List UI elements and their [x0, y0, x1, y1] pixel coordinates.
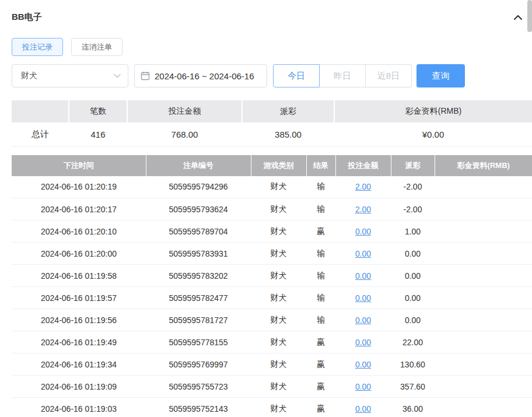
- order-number-cell: 5059595782477: [146, 287, 251, 309]
- jackpot-cell: [435, 398, 532, 417]
- payout-cell: 0.00: [391, 265, 435, 287]
- bet-time-cell: 2024-06-16 01:20:17: [12, 198, 146, 220]
- bet-time-cell: 2024-06-16 01:20:00: [12, 243, 146, 265]
- order-number-cell: 5059595778155: [146, 331, 251, 353]
- bet-amount-cell: 0.00: [335, 265, 391, 287]
- jackpot-cell: [435, 176, 532, 198]
- result-cell: 输: [306, 198, 335, 220]
- header-jackpot: 彩金资料(RMB): [435, 155, 532, 176]
- jackpot-cell: [435, 287, 532, 309]
- bet-amount-cell: 0.00: [335, 398, 391, 417]
- result-cell: 输: [306, 265, 335, 287]
- header-order-number: 注单编号: [146, 155, 251, 176]
- bet-time-cell: 2024-06-16 01:19:34: [12, 353, 146, 376]
- bet-amount-cell: 0.00: [335, 309, 391, 331]
- summary-bet-amount-value: 768.00: [127, 122, 242, 146]
- date-range-picker[interactable]: 2024-06-16 ~ 2024-06-16: [134, 64, 267, 87]
- bet-time-cell: 2024-06-16 01:19:09: [12, 376, 146, 398]
- game-type-cell: 财犬: [251, 243, 306, 265]
- tab-bet-records[interactable]: 投注记录: [12, 38, 63, 56]
- collapse-panel-button[interactable]: [513, 15, 523, 20]
- game-type-cell: 财犬: [251, 309, 306, 331]
- header-result: 结果: [306, 155, 335, 176]
- bet-time-cell: 2024-06-16 01:19:03: [12, 398, 146, 417]
- bet-amount-link[interactable]: 0.00: [355, 316, 371, 325]
- order-number-cell: 5059595752143: [146, 398, 251, 417]
- jackpot-cell: [435, 376, 532, 398]
- summary-header-payout: 派彩: [242, 100, 334, 122]
- calendar-icon: [141, 71, 150, 80]
- bet-table-header-row: 下注时间 注单编号 游戏类别 结果 投注金额 派彩 彩金资料(RMB): [12, 155, 532, 176]
- payout-cell: 22.00: [391, 331, 435, 353]
- summary-table: 笔数 投注金额 派彩 彩金资料(RMB) 总计 416 768.00 385.0…: [12, 100, 532, 147]
- bet-amount-link[interactable]: 0.00: [355, 249, 371, 258]
- quick-date-group: 今日 昨日 近8日: [273, 64, 412, 87]
- table-row: 2024-06-16 01:19:49 5059595778155 财犬 赢 0…: [12, 331, 532, 353]
- table-row: 2024-06-16 01:19:03 5059595752143 财犬 赢 0…: [12, 398, 532, 417]
- jackpot-cell: [435, 198, 532, 220]
- table-row: 2024-06-16 01:19:34 5059595769997 财犬 赢 0…: [12, 353, 532, 376]
- result-cell: 赢: [306, 376, 335, 398]
- yesterday-button[interactable]: 昨日: [319, 64, 366, 87]
- bet-amount-link[interactable]: 0.00: [355, 271, 371, 281]
- game-type-cell: 财犬: [251, 287, 306, 309]
- summary-header-count: 笔数: [69, 100, 127, 122]
- chevron-down-icon: [114, 73, 121, 78]
- bet-table: 下注时间 注单编号 游戏类别 结果 投注金额 派彩 彩金资料(RMB) 2024…: [12, 155, 532, 417]
- summary-payout-value: 385.00: [242, 122, 334, 146]
- result-cell: 赢: [306, 331, 335, 353]
- game-type-cell: 财犬: [251, 353, 306, 376]
- payout-cell: -2.00: [391, 176, 435, 198]
- bet-amount-cell: 0.00: [335, 376, 391, 398]
- bet-amount-cell: 0.00: [335, 287, 391, 309]
- game-type-cell: 财犬: [251, 331, 306, 353]
- bet-amount-cell: 0.00: [335, 243, 391, 265]
- header-payout: 派彩: [391, 155, 435, 176]
- result-cell: 输: [306, 243, 335, 265]
- table-row: 2024-06-16 01:19:09 5059595755723 财犬 赢 0…: [12, 376, 532, 398]
- today-button[interactable]: 今日: [273, 64, 320, 87]
- payout-cell: 357.60: [391, 376, 435, 398]
- order-number-cell: 5059595793624: [146, 198, 251, 220]
- bet-amount-cell: 0.00: [335, 220, 391, 243]
- tab-cancel-orders[interactable]: 连消注单: [71, 38, 123, 56]
- last-8-days-button[interactable]: 近8日: [365, 64, 412, 87]
- result-cell: 赢: [306, 353, 335, 376]
- chevron-up-icon: [513, 15, 523, 20]
- bet-amount-link[interactable]: 2.00: [355, 182, 371, 191]
- jackpot-cell: [435, 331, 532, 353]
- table-row: 2024-06-16 01:19:58 5059595783202 财犬 输 0…: [12, 265, 532, 287]
- table-row: 2024-06-16 01:19:56 5059595781727 财犬 输 0…: [12, 309, 532, 331]
- bet-amount-link[interactable]: 0.00: [355, 293, 371, 303]
- scrollbar[interactable]: [527, 0, 532, 32]
- bet-amount-cell: 2.00: [335, 198, 391, 220]
- order-number-cell: 5059595794296: [146, 176, 251, 198]
- order-number-cell: 5059595781727: [146, 309, 251, 331]
- summary-header-bet-amount: 投注金额: [127, 100, 242, 122]
- payout-cell: 0.00: [391, 287, 435, 309]
- bet-amount-link[interactable]: 0.00: [355, 382, 371, 391]
- game-select[interactable]: 财犬: [12, 64, 128, 87]
- summary-total-label: 总计: [12, 122, 69, 146]
- order-number-cell: 5059595755723: [146, 376, 251, 398]
- payout-cell: 0.00: [391, 309, 435, 331]
- bet-amount-link[interactable]: 0.00: [355, 227, 371, 236]
- header-bet-time: 下注时间: [12, 155, 146, 176]
- bet-amount-cell: 2.00: [335, 176, 391, 198]
- bet-amount-link[interactable]: 0.00: [355, 360, 371, 369]
- jackpot-cell: [435, 220, 532, 243]
- bet-amount-link[interactable]: 0.00: [355, 404, 371, 414]
- bet-time-cell: 2024-06-16 01:19:56: [12, 309, 146, 331]
- tabs-bar: 投注记录 连消注单: [12, 38, 532, 56]
- search-button[interactable]: 查询: [416, 64, 465, 87]
- bet-amount-link[interactable]: 0.00: [355, 338, 371, 347]
- result-cell: 赢: [306, 398, 335, 417]
- payout-cell: 130.60: [391, 353, 435, 376]
- bet-amount-link[interactable]: 2.00: [355, 205, 371, 214]
- bet-amount-cell: 0.00: [335, 331, 391, 353]
- summary-jackpot-value: ¥0.00: [334, 122, 532, 146]
- order-number-cell: 5059595783931: [146, 243, 251, 265]
- game-type-cell: 财犬: [251, 176, 306, 198]
- order-number-cell: 5059595783202: [146, 265, 251, 287]
- order-number-cell: 5059595769997: [146, 353, 251, 376]
